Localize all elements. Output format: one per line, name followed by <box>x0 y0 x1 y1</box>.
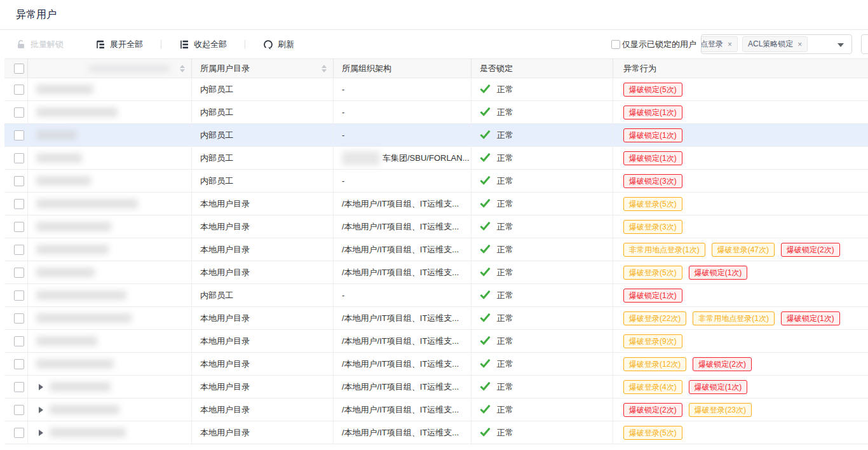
table-row[interactable]: 本地用户目录 /本地用户/IT项目组、IT运维支... 正常 爆破登录(12次)… <box>4 353 868 376</box>
sort-icon[interactable] <box>322 65 327 72</box>
org-text: - <box>342 290 344 300</box>
refresh-icon <box>263 39 273 50</box>
remove-tag-icon[interactable]: × <box>797 41 802 48</box>
directory-cell: 本地用户目录 <box>192 238 334 261</box>
row-checkbox[interactable] <box>14 199 24 209</box>
header-username[interactable] <box>28 59 192 78</box>
table-row[interactable]: 内部员工 - 正常 爆破锁定(1次) <box>4 284 868 307</box>
locked-status-label: 正常 <box>497 427 513 439</box>
refresh-button[interactable]: 刷新 <box>263 39 294 50</box>
behavior-cell: 爆破登录(4次)爆破锁定(1次) <box>613 376 868 398</box>
check-icon <box>480 381 491 393</box>
table-row[interactable]: 本地用户目录 /本地用户/IT项目组、IT运维支... 正常 爆破登录(5次)爆… <box>4 261 868 284</box>
username-cell <box>28 238 192 261</box>
behavior-cell: 爆破登录(12次)爆破锁定(2次) <box>613 353 868 375</box>
header-behavior-label: 异常行为 <box>623 63 656 74</box>
check-icon <box>480 290 491 301</box>
expand-all-label: 展开全部 <box>110 39 143 50</box>
username-cell <box>28 101 192 123</box>
row-checkbox[interactable] <box>14 222 24 232</box>
org-cell: - <box>334 124 471 146</box>
locked-status-cell: 正常 <box>471 193 613 215</box>
table-row[interactable]: 内部员工 - 正常 爆破锁定(3次) <box>4 170 868 193</box>
row-checkbox[interactable] <box>14 382 24 392</box>
row-checkbox[interactable] <box>14 313 24 324</box>
directory-cell: 本地用户目录 <box>192 353 334 375</box>
table-row[interactable]: 本地用户目录 /本地用户/IT项目组、IT运维支... 正常 爆破登录(5次) <box>4 193 868 215</box>
behavior-filter-select[interactable]: 点登录 × ACL策略锁定 × <box>701 34 852 54</box>
header-checkbox-cell <box>4 59 28 78</box>
table-row[interactable]: 本地用户目录 /本地用户/IT项目组、IT运维支... 正常 爆破登录(4次)爆… <box>4 376 868 399</box>
row-checkbox[interactable] <box>14 405 24 415</box>
table-row[interactable]: 内部员工 - 正常 爆破锁定(1次) <box>4 101 868 124</box>
row-checkbox[interactable] <box>14 336 24 346</box>
table-row[interactable]: 本地用户目录 /本地用户/IT项目组、IT运维支... 正常 爆破锁定(2次)爆… <box>4 399 868 421</box>
redacted-username <box>36 268 95 277</box>
expand-row-icon[interactable] <box>39 384 43 390</box>
redacted-username <box>36 222 111 231</box>
header-directory[interactable]: 所属用户目录 <box>192 59 334 78</box>
redacted-username <box>36 290 126 300</box>
row-checkbox[interactable] <box>14 107 24 118</box>
behavior-badge: 爆破登录(5次) <box>623 426 682 440</box>
table-row[interactable]: 本地用户目录 /本地用户/IT项目组、IT运维支... 正常 爆破登录(3次) <box>4 215 868 238</box>
behavior-cell: 爆破登录(3次) <box>613 215 868 238</box>
table-row[interactable]: 内部员工 - 正常 爆破锁定(1次) <box>4 124 868 147</box>
username-cell <box>28 215 192 238</box>
filter-tag-label: ACL策略锁定 <box>748 39 793 50</box>
select-all-checkbox[interactable] <box>14 64 24 74</box>
row-checkbox[interactable] <box>14 268 24 278</box>
table-row[interactable]: 本地用户目录 /本地用户/IT项目组、IT运维支... 正常 爆破登录(9次) <box>4 330 868 353</box>
behavior-cell: 爆破锁定(1次) <box>613 147 868 169</box>
expand-all-icon <box>95 39 105 50</box>
org-text: /本地用户/IT项目组、IT运维支... <box>342 381 459 393</box>
table-row[interactable]: 本地用户目录 /本地用户/IT项目组、IT运维支... 正常 爆破登录(5次) <box>4 421 868 444</box>
username-cell <box>28 353 192 375</box>
table-row[interactable]: 本地用户目录 /本地用户/IT项目组、IT运维支... 正常 非常用地点登录(1… <box>4 238 868 261</box>
table-row[interactable]: 内部员工 车集团/SBU/FORLAN... 正常 爆破锁定(1次) <box>4 147 868 170</box>
clipped-input[interactable] <box>861 34 868 54</box>
behavior-badge: 爆破登录(5次) <box>623 266 682 280</box>
only-locked-checkbox[interactable] <box>611 40 620 49</box>
check-icon <box>480 358 491 370</box>
behavior-cell: 爆破锁定(3次) <box>613 170 868 192</box>
redacted-username <box>36 130 77 140</box>
table-row[interactable]: 内部员工 - 正常 爆破锁定(5次) <box>4 78 868 101</box>
redacted-username <box>36 359 114 369</box>
expand-row-icon[interactable] <box>39 407 43 413</box>
redacted-username <box>36 176 91 186</box>
remove-tag-icon[interactable]: × <box>728 41 732 48</box>
username-cell <box>28 307 192 329</box>
batch-unlock-button[interactable]: 批量解锁 <box>16 39 64 50</box>
row-checkbox[interactable] <box>14 428 24 438</box>
table-row[interactable]: 本地用户目录 /本地用户/IT项目组、IT运维支... 正常 爆破登录(22次)… <box>4 307 868 330</box>
redacted-username <box>50 405 119 414</box>
row-checkbox-cell <box>4 421 28 444</box>
collapse-all-button[interactable]: 收起全部 <box>179 39 227 50</box>
expand-all-button[interactable]: 展开全部 <box>95 39 143 50</box>
page-title: 异常用户 <box>0 0 868 29</box>
org-text: /本地用户/IT项目组、IT运维支... <box>342 267 459 278</box>
org-cell: - <box>334 170 471 192</box>
sort-icon[interactable] <box>180 65 185 72</box>
row-checkbox[interactable] <box>14 245 24 255</box>
check-icon <box>480 84 491 95</box>
org-cell: 车集团/SBU/FORLAN... <box>334 147 471 169</box>
row-checkbox[interactable] <box>14 153 24 163</box>
row-checkbox[interactable] <box>14 290 24 301</box>
row-checkbox[interactable] <box>14 130 24 140</box>
header-behavior: 异常行为 <box>613 59 868 78</box>
locked-status-label: 正常 <box>497 381 513 393</box>
row-checkbox[interactable] <box>14 85 24 95</box>
org-text: /本地用户/IT项目组、IT运维支... <box>342 358 459 370</box>
org-cell: /本地用户/IT项目组、IT运维支... <box>334 330 471 352</box>
expand-row-icon[interactable] <box>39 430 43 436</box>
check-icon <box>480 221 491 233</box>
directory-cell: 内部员工 <box>192 124 334 146</box>
behavior-badge: 爆破锁定(1次) <box>781 311 840 325</box>
row-checkbox[interactable] <box>14 176 24 186</box>
row-checkbox[interactable] <box>14 359 24 369</box>
behavior-cell: 爆破锁定(1次) <box>613 284 868 306</box>
chevron-down-icon[interactable] <box>837 43 844 47</box>
row-checkbox-cell <box>4 215 28 238</box>
